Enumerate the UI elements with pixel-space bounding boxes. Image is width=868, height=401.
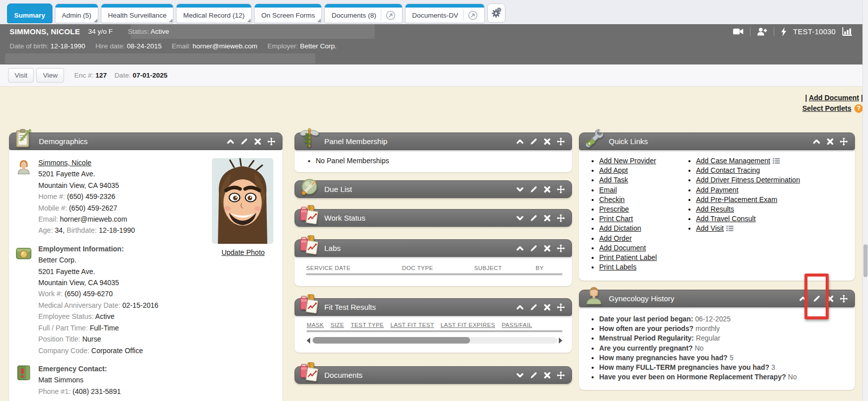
due-list-header[interactable]: Due List	[295, 180, 572, 198]
scrollbar-thumb[interactable]	[313, 337, 470, 344]
move-handle[interactable]	[557, 138, 565, 146]
sort-column-link[interactable]: LAST FIT EXPIRES	[441, 322, 495, 328]
expand-button[interactable]	[516, 371, 524, 379]
close-button[interactable]	[543, 303, 551, 311]
sort-column-link[interactable]: SIZE	[330, 322, 344, 328]
quick-link[interactable]: Add Appt	[599, 166, 628, 174]
sort-column-link[interactable]: PASS/FAIL	[502, 322, 532, 328]
collapse-button[interactable]	[226, 138, 235, 146]
quick-link[interactable]: Print Chart	[599, 215, 633, 223]
work-status-header[interactable]: Work Status	[295, 209, 572, 227]
visit-button[interactable]: Visit	[8, 68, 34, 83]
fit-test-header[interactable]: Fit Test Results	[295, 298, 572, 316]
tab-on-screen-forms[interactable]: On Screen Forms	[254, 4, 322, 23]
edit-button[interactable]	[530, 371, 538, 379]
flowsheet-button[interactable]	[842, 27, 852, 36]
documents-header[interactable]: Documents	[295, 366, 572, 384]
close-button[interactable]	[543, 214, 551, 222]
help-icon[interactable]: ?	[854, 104, 863, 113]
tab-settings-button[interactable]	[487, 4, 505, 23]
close-button[interactable]	[543, 185, 551, 193]
quick-link[interactable]: Add Order	[599, 234, 632, 242]
quick-link[interactable]: Add Payment	[696, 186, 738, 194]
quick-links-header[interactable]: Quick Links	[579, 132, 855, 150]
edit-button[interactable]	[530, 303, 538, 311]
demographics-header[interactable]: Demographics	[9, 132, 282, 150]
edit-button[interactable]	[530, 185, 538, 193]
tab-admin[interactable]: Admin (5)	[55, 4, 99, 23]
move-handle[interactable]	[557, 185, 565, 193]
external-link-icon[interactable]	[468, 11, 478, 20]
sort-column-link[interactable]: LAST FIT TEST	[390, 322, 434, 328]
tab-documents[interactable]: Documents (8)	[324, 4, 402, 23]
quick-link[interactable]: Add Travel Consult	[696, 215, 756, 223]
sort-column-link[interactable]: TEST TYPE	[351, 322, 384, 328]
edit-button[interactable]	[530, 138, 538, 146]
move-handle[interactable]	[557, 303, 565, 311]
scrollbar-track[interactable]	[312, 337, 557, 344]
scroll-right-arrow[interactable]	[559, 338, 562, 344]
edit-button[interactable]	[240, 138, 248, 146]
anniversary-line: Medical Anniversary Date: 02-15-2016	[38, 300, 275, 311]
collapse-button[interactable]	[813, 138, 821, 146]
close-button[interactable]	[826, 138, 834, 146]
move-handle[interactable]	[840, 138, 848, 146]
view-button[interactable]: View	[36, 68, 64, 83]
close-button[interactable]	[543, 138, 551, 146]
tab-summary[interactable]: Summary	[7, 4, 52, 23]
quick-link[interactable]: Add Dictation	[599, 224, 641, 232]
edit-button[interactable]	[530, 214, 538, 222]
collapse-button[interactable]	[516, 244, 524, 252]
select-portlets-link[interactable]: Select Portlets	[802, 103, 851, 114]
tab-medical-record[interactable]: Medical Record (12)	[176, 4, 252, 23]
tab-health-surveillance[interactable]: Health Surveillance	[101, 4, 173, 23]
quick-link[interactable]: Print Patient Label	[599, 253, 657, 261]
add-person-button[interactable]	[757, 27, 767, 36]
quick-link[interactable]: Checkin	[599, 195, 625, 204]
quick-action-button[interactable]	[781, 27, 787, 36]
tab-documents-dv[interactable]: Documents-DV	[405, 4, 485, 23]
gynecology-header[interactable]: Gynecology History	[579, 290, 855, 307]
labs-header[interactable]: Labs	[295, 239, 572, 257]
move-handle[interactable]	[557, 244, 565, 252]
quick-link[interactable]: Print Labels	[599, 263, 636, 271]
close-button[interactable]	[826, 295, 834, 303]
update-photo-link[interactable]: Update Photo	[221, 247, 265, 258]
scroll-left-arrow[interactable]	[307, 338, 310, 344]
quick-link[interactable]: Email	[599, 186, 617, 194]
move-handle[interactable]	[267, 138, 275, 146]
close-button[interactable]	[543, 371, 551, 379]
quick-link[interactable]: Add Document	[599, 244, 646, 252]
collapse-button[interactable]	[799, 295, 807, 303]
move-handle[interactable]	[840, 295, 848, 303]
quick-link[interactable]: Add Driver Fitness Determination	[696, 176, 800, 184]
vertical-scrollbar[interactable]	[862, 0, 868, 401]
patient-name-link[interactable]: Simmons, Nicole	[38, 159, 91, 167]
sort-column-link[interactable]: MASK	[307, 322, 324, 328]
collapse-button[interactable]	[516, 138, 524, 146]
quick-link[interactable]: Add Contact Tracing	[696, 166, 760, 174]
collapse-button[interactable]	[516, 303, 524, 311]
close-button[interactable]	[543, 244, 551, 252]
add-document-link[interactable]: Add Document	[809, 94, 859, 102]
edit-button[interactable]	[530, 244, 538, 252]
quick-link[interactable]: Add Case Management	[696, 157, 770, 165]
video-visit-button[interactable]	[733, 28, 743, 35]
close-button[interactable]	[254, 138, 262, 146]
quick-link[interactable]: Add Results	[696, 205, 734, 213]
quick-link-item: Email	[599, 185, 681, 195]
panel-membership-header[interactable]: Panel Membership	[295, 132, 572, 150]
vertical-scrollbar-thumb[interactable]	[863, 244, 867, 277]
quick-link[interactable]: Add New Provider	[599, 157, 656, 165]
quick-link[interactable]: Add Task	[599, 176, 628, 184]
tab-label: On Screen Forms	[261, 12, 315, 19]
expand-button[interactable]	[516, 214, 524, 222]
move-handle[interactable]	[557, 214, 565, 222]
move-handle[interactable]	[557, 371, 565, 379]
quick-link[interactable]: Prescribe	[599, 205, 629, 213]
quick-link[interactable]: Add Visit	[696, 224, 724, 232]
edit-button[interactable]	[813, 295, 821, 303]
expand-button[interactable]	[516, 185, 524, 193]
quick-link[interactable]: Add Pre-Placement Exam	[696, 195, 777, 204]
external-link-icon[interactable]	[386, 11, 395, 20]
